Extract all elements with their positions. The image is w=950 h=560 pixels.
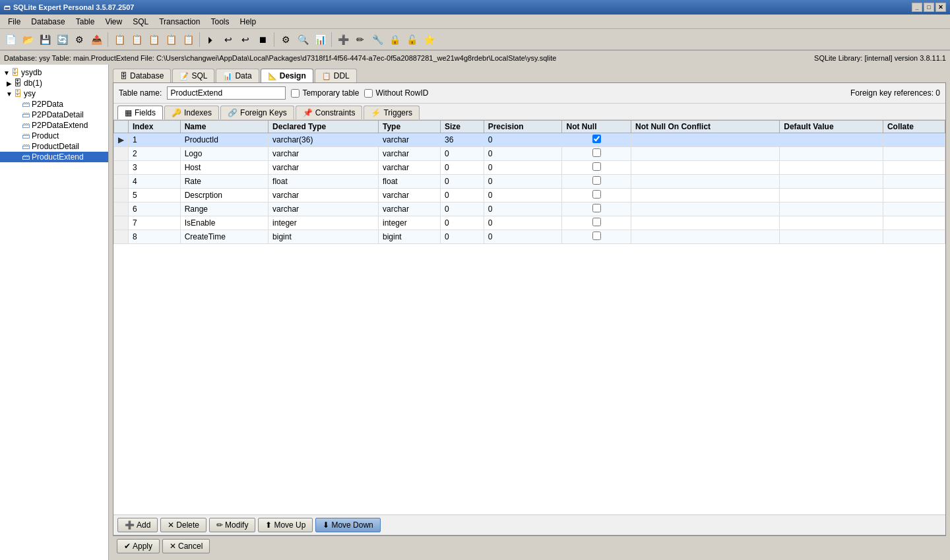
table-row[interactable]: 4Ratefloatfloat00 xyxy=(114,175,945,189)
not-null-checkbox[interactable] xyxy=(592,190,601,199)
temp-table-group: Temporary table xyxy=(291,88,359,98)
tree-item-p2pdataextend[interactable]: 🗃 P2PDataExtend xyxy=(0,120,108,131)
cell-not-null[interactable] xyxy=(562,147,631,161)
table-row[interactable]: 6Rangevarcharvarchar00 xyxy=(114,202,945,216)
delete-button[interactable]: ✕ Delete xyxy=(160,518,206,532)
toolbar-btn5[interactable]: ⚙ xyxy=(71,32,87,47)
toolbar-btn8[interactable]: 📋 xyxy=(129,32,144,47)
tab-database[interactable]: 🗄 Database xyxy=(113,69,171,82)
table-header-row: Index Name Declared Type Type Size Preci… xyxy=(114,121,945,133)
table-row[interactable]: 8CreateTimebigintbigint00 xyxy=(114,230,945,244)
menu-table[interactable]: Table xyxy=(71,16,100,28)
tree-item-ysy[interactable]: ▼ 🗄 ysy xyxy=(0,88,108,99)
toolbar-btn9[interactable]: 📋 xyxy=(146,32,162,47)
table-row[interactable]: ▶1ProductIdvarchar(36)varchar360 xyxy=(114,133,945,147)
toolbar-btn21[interactable]: 🔧 xyxy=(369,32,385,47)
move-up-button[interactable]: ⬆ Move Up xyxy=(258,518,313,532)
menu-view[interactable]: View xyxy=(100,16,127,28)
toolbar-btn15[interactable]: ⏹ xyxy=(255,32,270,47)
sub-tab-triggers[interactable]: ⚡ Triggers xyxy=(364,106,420,119)
not-null-checkbox[interactable] xyxy=(592,135,601,143)
toolbar-btn14[interactable]: ↩ xyxy=(238,32,253,47)
sub-tab-indexes[interactable]: 🔑 Indexes xyxy=(164,106,219,119)
toolbar-open[interactable]: 📂 xyxy=(20,32,36,47)
tab-data[interactable]: 📊 Data xyxy=(216,69,259,82)
not-null-checkbox[interactable] xyxy=(592,148,601,157)
table-row[interactable]: 3Hostvarcharvarchar00 xyxy=(114,161,945,175)
toolbar-btn23[interactable]: 🔓 xyxy=(404,32,420,47)
toolbar-new[interactable]: 📄 xyxy=(3,32,18,47)
toolbar-btn11[interactable]: 📋 xyxy=(180,32,196,47)
menu-tools[interactable]: Tools xyxy=(205,16,234,28)
cell-not-null[interactable] xyxy=(562,133,631,147)
cell-not-null[interactable] xyxy=(562,189,631,202)
tree-item-p2pdatadetail[interactable]: 🗃 P2PDataDetail xyxy=(0,109,108,120)
fk-value: 0 xyxy=(935,88,940,98)
toolbar-btn12[interactable]: ⏵ xyxy=(203,32,219,47)
cell-name: Host xyxy=(180,161,268,175)
menu-transaction[interactable]: Transaction xyxy=(154,16,205,28)
content-panel: Table name: Temporary table Without RowI… xyxy=(113,82,946,536)
toolbar-btn4[interactable]: 🔄 xyxy=(54,32,70,47)
toolbar-save[interactable]: 💾 xyxy=(37,32,53,47)
cell-not-null[interactable] xyxy=(562,175,631,189)
toolbar-btn7[interactable]: 📋 xyxy=(111,32,127,47)
menu-database[interactable]: Database xyxy=(26,16,70,28)
cell-index: 1 xyxy=(129,133,181,147)
tab-design[interactable]: 📐 Design xyxy=(261,69,313,82)
tab-sql[interactable]: 📝 SQL xyxy=(172,69,214,82)
tab-ddl[interactable]: 📋 DDL xyxy=(315,69,357,82)
modify-button[interactable]: ✏ Modify xyxy=(209,518,255,532)
toolbar-btn16[interactable]: ⚙ xyxy=(278,32,294,47)
tree-item-product[interactable]: 🗃 Product xyxy=(0,131,108,141)
cell-declared-type: varchar xyxy=(269,161,379,175)
minimize-button[interactable]: _ xyxy=(912,3,922,12)
tree-item-ysydb[interactable]: ▼ 🗄 ysydb xyxy=(0,67,108,78)
tree-item-db1[interactable]: ▶ 🗄 db(1) xyxy=(0,78,108,88)
table-row[interactable]: 2Logovarcharvarchar00 xyxy=(114,147,945,161)
toolbar-btn17[interactable]: 🔍 xyxy=(295,32,311,47)
cancel-button[interactable]: ✕ Cancel xyxy=(162,539,210,553)
tree-item-productextend[interactable]: 🗃 ProductExtend xyxy=(0,152,108,162)
cell-not-null[interactable] xyxy=(562,202,631,216)
cell-size: 0 xyxy=(441,230,484,244)
tree-item-productdetail[interactable]: 🗃 ProductDetail xyxy=(0,141,108,152)
menu-file[interactable]: File xyxy=(3,16,26,28)
not-null-checkbox[interactable] xyxy=(592,232,601,240)
col-precision: Precision xyxy=(484,121,562,133)
toolbar-btn20[interactable]: ✏ xyxy=(352,32,368,47)
toolbar-btn19[interactable]: ➕ xyxy=(335,32,351,47)
not-null-checkbox[interactable] xyxy=(592,176,601,185)
menu-help[interactable]: Help xyxy=(234,16,261,28)
table-row[interactable]: 7IsEnableintegerinteger00 xyxy=(114,216,945,230)
without-rowid-checkbox[interactable] xyxy=(364,89,373,98)
not-null-checkbox[interactable] xyxy=(592,204,601,212)
maximize-button[interactable]: □ xyxy=(924,3,934,12)
not-null-checkbox[interactable] xyxy=(592,162,601,171)
sub-tab-constraints[interactable]: 📌 Constraints xyxy=(296,106,363,119)
table-name-label: Table name: xyxy=(119,88,162,98)
add-button[interactable]: ➕ Add xyxy=(117,518,158,532)
table-name-input[interactable] xyxy=(167,86,286,100)
toolbar-btn22[interactable]: 🔒 xyxy=(387,32,402,47)
toolbar-btn18[interactable]: 📊 xyxy=(312,32,328,47)
not-null-checkbox[interactable] xyxy=(592,218,601,226)
cell-not-null[interactable] xyxy=(562,161,631,175)
temp-table-checkbox[interactable] xyxy=(291,89,300,98)
cell-type: float xyxy=(379,175,441,189)
sub-tab-fields[interactable]: ▦ Fields xyxy=(117,106,163,119)
close-button[interactable]: ✕ xyxy=(935,3,946,12)
cell-precision: 0 xyxy=(484,147,562,161)
toolbar-btn24[interactable]: ⭐ xyxy=(421,32,437,47)
menu-sql[interactable]: SQL xyxy=(127,16,154,28)
cell-not-null[interactable] xyxy=(562,230,631,244)
toolbar-btn6[interactable]: 📤 xyxy=(88,32,104,47)
apply-button[interactable]: ✔ Apply xyxy=(117,539,160,553)
cell-not-null[interactable] xyxy=(562,216,631,230)
tree-item-p2pdata[interactable]: 🗃 P2PData xyxy=(0,99,108,109)
toolbar-btn10[interactable]: 📋 xyxy=(163,32,179,47)
sub-tab-fk[interactable]: 🔗 Foreign Keys xyxy=(220,106,294,119)
table-row[interactable]: 5Descrptionvarcharvarchar00 xyxy=(114,189,945,202)
move-down-button[interactable]: ⬇ Move Down xyxy=(315,518,380,532)
toolbar-btn13[interactable]: ↩ xyxy=(220,32,236,47)
